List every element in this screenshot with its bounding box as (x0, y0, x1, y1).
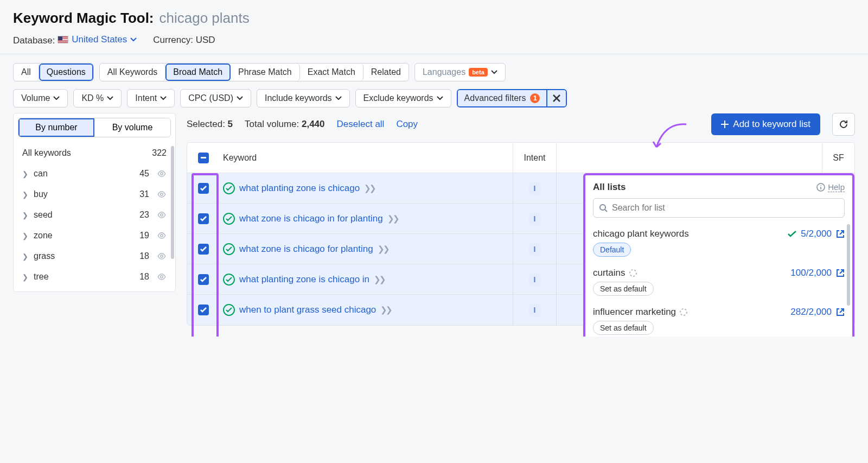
set-default-button[interactable]: Set as default (593, 282, 654, 296)
svg-point-4 (161, 255, 163, 258)
expand-icon[interactable]: ❯❯ (387, 214, 398, 224)
row-checkbox[interactable] (198, 305, 209, 315)
intent-badge: I (529, 303, 541, 316)
chevron-down-icon (491, 70, 497, 74)
tab-all-keywords[interactable]: All Keywords (100, 64, 165, 81)
clear-advanced-button[interactable] (546, 90, 566, 106)
row-checkbox[interactable] (198, 183, 209, 194)
eye-icon[interactable] (157, 272, 167, 282)
sidebar-item[interactable]: ❯can45 (18, 163, 171, 184)
chevron-down-icon (237, 96, 243, 100)
th-keyword[interactable]: Keyword (220, 153, 513, 163)
intent-badge: I (529, 182, 541, 195)
sidebar-item[interactable]: ❯buy31 (18, 184, 171, 205)
beta-badge: beta (469, 68, 488, 77)
database-selector[interactable]: United States (58, 34, 137, 45)
filter-exclude[interactable]: Exclude keywords (355, 89, 451, 107)
scrollbar[interactable] (171, 146, 174, 259)
chevron-right-icon: ❯ (22, 170, 28, 178)
eye-icon[interactable] (157, 169, 167, 179)
svg-point-1 (161, 193, 163, 196)
sidebar-item[interactable]: ❯tree18 (18, 267, 171, 287)
selected-label: Selected: (187, 119, 228, 129)
check-circle-icon (223, 213, 235, 225)
keyword-link[interactable]: what planting zone is chicago in (239, 274, 369, 285)
deselect-all-link[interactable]: Deselect all (337, 119, 385, 130)
currency-value: USD (196, 35, 215, 45)
select-all-checkbox[interactable] (198, 153, 209, 163)
total-volume-value: 2,440 (302, 119, 325, 129)
tab-exact-match[interactable]: Exact Match (300, 64, 363, 81)
chevron-down-icon (437, 96, 443, 100)
row-checkbox[interactable] (198, 244, 209, 255)
list-count: 282/2,000 (790, 307, 832, 318)
chevron-right-icon: ❯ (22, 211, 28, 219)
th-intent[interactable]: Intent (513, 143, 556, 173)
chevron-right-icon: ❯ (22, 273, 28, 281)
external-link-icon[interactable] (836, 230, 845, 238)
languages-dropdown[interactable]: Languages beta (414, 63, 506, 81)
row-checkbox[interactable] (198, 213, 209, 224)
chevron-down-icon (160, 96, 167, 100)
expand-icon[interactable]: ❯❯ (378, 244, 388, 254)
tab-broad-match[interactable]: Broad Match (165, 64, 231, 81)
keyword-table: Keyword Intent SF what planting zone is … (187, 142, 855, 326)
refresh-button[interactable] (832, 113, 855, 136)
filter-advanced[interactable]: Advanced filters1 (457, 89, 567, 107)
list-name: influencer marketing (593, 307, 688, 318)
toggle-by-number[interactable]: By number (18, 118, 94, 137)
eye-icon[interactable] (157, 231, 167, 240)
keyword-link[interactable]: what zone is chicago in for planting (239, 213, 383, 224)
sidebar-item[interactable]: ❯grass18 (18, 246, 171, 267)
svg-point-19 (680, 309, 687, 315)
sidebar-item[interactable]: ❯zone19 (18, 225, 171, 246)
external-link-icon[interactable] (836, 308, 845, 316)
filter-kd[interactable]: KD % (73, 89, 122, 107)
list-count: 5/2,000 (801, 229, 832, 239)
tab-questions[interactable]: Questions (39, 64, 93, 81)
filter-volume[interactable]: Volume (13, 89, 68, 107)
svg-point-17 (600, 205, 605, 210)
tab-all[interactable]: All (14, 64, 39, 81)
keyword-link[interactable]: when to plant grass seed chicago (239, 305, 376, 315)
eye-icon[interactable] (157, 210, 167, 220)
info-icon (816, 183, 825, 192)
th-sf[interactable]: SF (822, 143, 854, 173)
currency-label: Currency: (153, 35, 193, 45)
list-count: 100/2,000 (790, 268, 832, 278)
intent-badge: I (529, 243, 541, 256)
expand-icon[interactable]: ❯❯ (374, 275, 385, 284)
us-flag-icon (58, 36, 68, 43)
svg-point-5 (161, 276, 163, 278)
scrollbar[interactable] (847, 224, 850, 306)
expand-icon[interactable]: ❯❯ (380, 305, 391, 315)
help-link[interactable]: Help (816, 182, 845, 192)
list-item[interactable]: influencer marketing 282/2,000Set as def… (593, 302, 845, 337)
row-checkbox[interactable] (198, 274, 209, 285)
set-default-button[interactable]: Set as default (593, 321, 654, 335)
list-item[interactable]: chicago plant keywords 5/2,000Default (593, 224, 845, 263)
expand-icon[interactable]: ❯❯ (364, 183, 375, 193)
sidebar-item[interactable]: ❯seed23 (18, 205, 171, 225)
list-search-input[interactable] (593, 198, 845, 218)
advanced-count-badge: 1 (530, 93, 540, 103)
filter-cpc[interactable]: CPC (USD) (180, 89, 251, 107)
list-item[interactable]: curtains 100/2,000Set as default (593, 263, 845, 302)
external-link-icon[interactable] (836, 269, 845, 277)
intent-badge: I (529, 273, 541, 286)
keyword-link[interactable]: what zone is chicago for planting (239, 244, 373, 255)
eye-icon[interactable] (157, 189, 167, 199)
eye-icon[interactable] (157, 251, 167, 261)
tab-related[interactable]: Related (363, 64, 409, 81)
total-volume-label: Total volume: (245, 119, 302, 129)
add-to-keyword-list-button[interactable]: Add to keyword list (711, 113, 820, 135)
filter-intent[interactable]: Intent (127, 89, 175, 107)
tab-phrase-match[interactable]: Phrase Match (231, 64, 300, 81)
chevron-down-icon (130, 37, 137, 42)
toggle-by-volume[interactable]: By volume (94, 118, 170, 137)
filter-include[interactable]: Include keywords (257, 89, 350, 107)
refresh-icon (838, 119, 849, 130)
keyword-link[interactable]: what planting zone is chicago (239, 183, 360, 194)
copy-link[interactable]: Copy (396, 119, 418, 130)
search-icon (599, 204, 608, 212)
